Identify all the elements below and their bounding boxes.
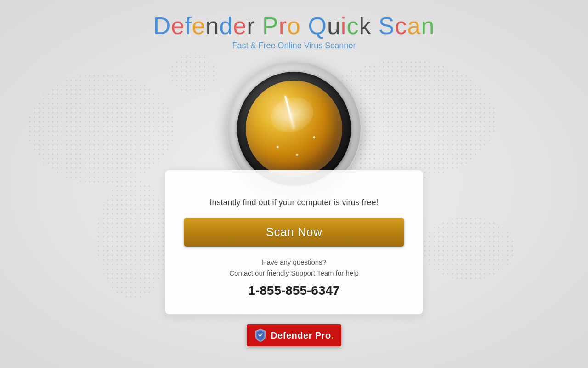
gauge-middle-ring bbox=[237, 72, 351, 186]
footer-logo: Defender Pro. bbox=[247, 324, 341, 346]
badge-dot: . bbox=[331, 330, 334, 340]
svg-point-7 bbox=[170, 53, 216, 94]
subtitle: Fast & Free Online Virus Scanner bbox=[153, 41, 435, 51]
gauge-dot-1 bbox=[277, 146, 279, 148]
badge-logo-text: Defender Pro bbox=[271, 330, 331, 340]
svg-point-1 bbox=[28, 74, 175, 184]
header: Defender Pro Quick Scan Fast & Free Onli… bbox=[153, 13, 435, 51]
questions-text: Have any questions? Contact our friendly… bbox=[184, 257, 404, 279]
gauge-dot-2 bbox=[296, 154, 298, 156]
gauge-needle bbox=[284, 95, 295, 129]
defender-pro-badge: Defender Pro. bbox=[247, 324, 341, 346]
shield-icon bbox=[254, 328, 267, 343]
gauge-dot-3 bbox=[313, 136, 315, 138]
phone-number: 1-855-855-6347 bbox=[184, 283, 404, 298]
questions-line2: Contact our friendly Support Team for he… bbox=[229, 269, 359, 277]
content-card: Instantly find out if your computer is v… bbox=[165, 170, 423, 314]
svg-point-6 bbox=[423, 216, 514, 281]
svg-point-2 bbox=[96, 179, 170, 299]
questions-line1: Have any questions? bbox=[262, 258, 326, 266]
main-title: Defender Pro Quick Scan bbox=[153, 13, 435, 39]
badge-text: Defender Pro. bbox=[271, 330, 334, 341]
gauge-inner-ball bbox=[246, 80, 342, 177]
scan-now-button[interactable]: Scan Now bbox=[184, 218, 404, 247]
virus-free-text: Instantly find out if your computer is v… bbox=[184, 198, 404, 207]
